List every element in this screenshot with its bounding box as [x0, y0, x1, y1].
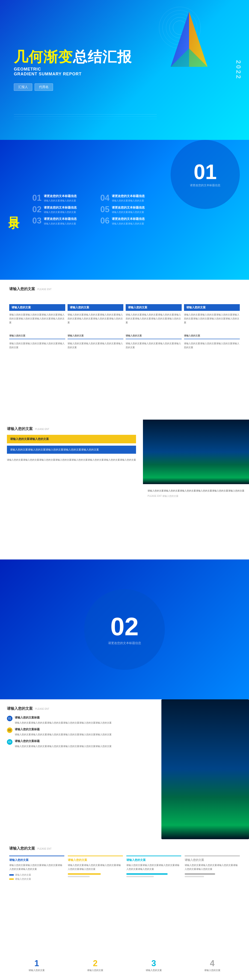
contents-left-panel: 目录 — [0, 140, 28, 280]
toc-item-6: 06 请更改您的文本标题信息 请输入您的文案请输入您的文案 — [100, 216, 166, 226]
pyramid-decoration — [157, 7, 221, 76]
toc-item-1: 01 请更改您的文本标题信息 请输入您的文案请输入您的文案 — [32, 194, 98, 203]
toc-item-5: 05 请更改您的文本标题信息 请输入您的文案请输入您的文案 — [100, 205, 166, 215]
toc-item-4: 04 请更改您的文本标题信息 请输入您的文案请输入您的文案 — [100, 194, 166, 203]
list-item-3: 03 请输入您的文案标题 请输入您的文案请输入您的文案请输入您的文案请输入您的文… — [7, 739, 155, 748]
slide-7-grid: 请输入您的文案 请输入您的文案请输入您的文案请输入您的文案请输入您的文案请输入您… — [9, 856, 240, 954]
presenter-label: 汇报人 — [14, 83, 32, 91]
list-item-1: 01 请输入您的文案标题 请输入您的文案请输入您的文案请输入您的文案请输入您的文… — [7, 716, 155, 725]
slide-7-stats: 1 请输入您的文案 2 请输入您的文案 3 请输入您的文案 4 请输入您的文案 — [9, 959, 240, 972]
toc-item-2: 02 请更改您的文本标题信息 请输入您的文案请输入您的文案 — [32, 205, 98, 215]
col-2: 请输入您的文案 请输入您的文案请输入您的文案请输入您的文案请输入您的文案请输入您… — [67, 304, 124, 325]
col-4: 请输入您的文案 请输入您的文案请输入您的文案请输入您的文案请输入您的文案请输入您… — [184, 304, 240, 325]
deco-lines — [0, 112, 249, 121]
slide-4: 请输入您的文案 PLEASE ENT 请输入您的文案请输入您的文案 请输入您的文… — [0, 420, 249, 560]
slide-6-left: 请输入您的文案 PLEASE ENT 01 请输入您的文案标题 请输入您的文案请… — [0, 699, 161, 839]
four-col-2: 请输入您的文案 请输入您的文案请输入您的文案请输入您的文案请输入您的文案 请输入… — [9, 334, 240, 349]
slide-contents: 目录 01 请更改您的文本标题信息 请输入您的文案请输入您的文案 04 请更改您… — [0, 140, 249, 280]
col2-4: 请输入您的文案 请输入您的文案请输入您的文案请输入您的文案请输入您的文案 — [184, 334, 240, 349]
aurora-image-1 — [143, 420, 249, 484]
slide-4-right-text: 请输入您的文案请输入您的文案请输入您的文案请输入您的文案请输入您的文案请输入您的… — [143, 484, 249, 560]
slide-cover: 2022 几何渐变总结汇报 GEOMETRIC GRADIENT SUMMARY… — [0, 0, 249, 140]
slide-8: 请输入您的文案 PLEASE ENT 请输入您的文案请输入您的文案请输入您的文案… — [0, 979, 249, 980]
list-item-2: 02 请输入您的文案标题 请输入您的文案请输入您的文案请输入您的文案请输入您的文… — [7, 727, 155, 737]
slide-4-left: 请输入您的文案 PLEASE ENT 请输入您的文案请输入您的文案 请输入您的文… — [0, 420, 143, 560]
s7-col2: 请输入您的文案 请输入您的文案请输入您的文案请输入您的文案请输入您的文案请输入您… — [68, 856, 123, 954]
col2-1: 请输入您的文案 请输入您的文案请输入您的文案请输入您的文案请输入您的文案 — [9, 334, 65, 349]
slide-3-header: 请输入您的文案 PLEASE ENT — [9, 286, 240, 291]
year-text: 2022 — [235, 60, 242, 80]
aurora-image-2 — [161, 699, 249, 839]
toc-label: 目录 — [6, 208, 21, 212]
slide-4-header: 请输入您的文案 PLEASE ENT — [7, 426, 136, 431]
col2-2: 请输入您的文案 请输入您的文案请输入您的文案请输入您的文案请输入您的文案 — [67, 334, 124, 349]
text-content-1: 请输入您的文案请输入您的文案请输入您的文案请输入您的文案请输入您的文案请输入您的… — [7, 458, 136, 462]
toc-item-3: 03 请更改您的文本标题信息 请输入您的文案请输入您的文案 — [32, 216, 98, 226]
section-01-highlight: 01 请更改您的文本标题信息 — [171, 140, 240, 209]
four-col-layout: 请输入您的文案 请输入您的文案请输入您的文案请输入您的文案请输入您的文案请输入您… — [9, 304, 240, 325]
col-3: 请输入您的文案 请输入您的文案请输入您的文案请输入您的文案请输入您的文案请输入您… — [126, 304, 182, 325]
yellow-box: 请输入您的文案请输入您的文案 — [7, 435, 136, 443]
presenter-box: 汇报人 代用名 — [14, 83, 53, 91]
col-1: 请输入您的文案 请输入您的文案请输入您的文案请输入您的文案请输入您的文案请输入您… — [9, 304, 65, 325]
slide-7: 请输入您的文案 PLEASE ENT 请输入您的文案 请输入您的文案请输入您的文… — [0, 839, 249, 979]
slide-3: 请输入您的文案 PLEASE ENT 请输入您的文案 请输入您的文案请输入您的文… — [0, 280, 249, 420]
blue-box: 请输入您的文案请输入您的文案请输入您的文案请输入您的文案请输入您的文案 — [7, 445, 136, 454]
slide-4-right: 请输入您的文案请输入您的文案请输入您的文案请输入您的文案请输入您的文案请输入您的… — [143, 420, 249, 560]
section-02-circle: 02 请更改您的文本标题信息 — [84, 589, 165, 670]
toc-items: 01 请更改您的文本标题信息 请输入您的文案请输入您的文案 04 请更改您的文本… — [28, 140, 171, 280]
presenter-name: 代用名 — [35, 83, 53, 91]
slide-6-right — [161, 699, 249, 839]
slide-6: 请输入您的文案 PLEASE ENT 01 请输入您的文案标题 请输入您的文案请… — [0, 699, 249, 839]
s7-col1: 请输入您的文案 请输入您的文案请输入您的文案请输入您的文案请输入您的文案请输入您… — [9, 856, 64, 954]
s7-col3: 请输入您的文案 请输入您的文案请输入您的文案请输入您的文案请输入您的文案请输入您… — [126, 856, 182, 954]
col2-3: 请输入您的文案 请输入您的文案请输入您的文案请输入您的文案请输入您的文案 — [126, 334, 182, 349]
s7-col4: 请输入您的文案 请输入您的文案请输入您的文案请输入您的文案请输入您的文案请输入您… — [185, 856, 240, 954]
slide-section-02: 02 请更改您的文本标题信息 — [0, 560, 249, 699]
